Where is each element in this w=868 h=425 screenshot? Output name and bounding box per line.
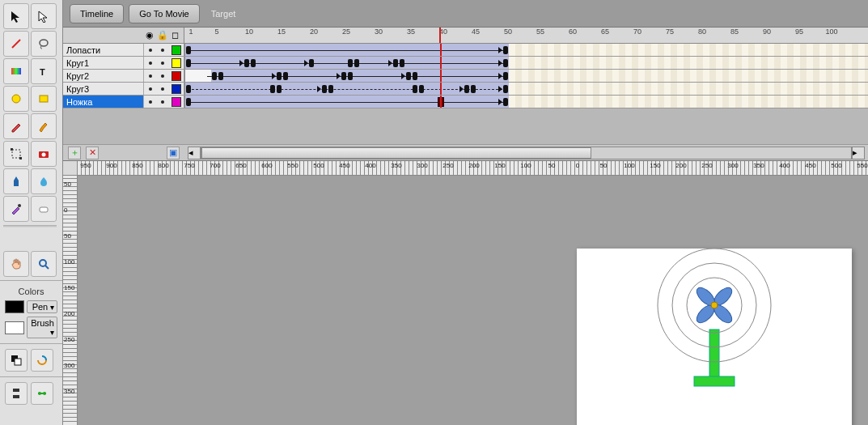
keyframe[interactable] [341,72,346,80]
keyframe[interactable] [322,85,327,93]
timeline-layer-row[interactable]: Круг3 [63,83,868,96]
add-layer-button[interactable]: ＋ [68,147,81,159]
layer-color[interactable] [168,83,184,95]
tool-transform[interactable] [3,141,29,167]
swap-colors[interactable] [5,349,28,372]
layer-vis-dots[interactable] [144,57,168,69]
keyframe[interactable] [419,85,424,93]
layer-name[interactable]: Ножка [63,96,144,108]
timeline-layer-row[interactable]: Круг2 [63,70,868,83]
layer-vis-dots[interactable] [144,70,168,82]
tool-eraser[interactable] [31,196,57,222]
layer-track[interactable] [184,57,868,69]
keyframe[interactable] [354,59,359,67]
tool-lasso[interactable] [31,31,57,57]
tool-subselect[interactable] [31,3,57,29]
keyframe[interactable] [244,59,249,67]
tool-ink[interactable] [3,168,29,194]
goto-movie-button[interactable]: Go To Movie [129,4,200,23]
layer-color[interactable] [168,57,184,69]
center-button[interactable]: ▣ [167,147,180,159]
layer-name[interactable]: Круг3 [63,83,144,95]
scroll-left-button[interactable]: ◂ [188,147,201,159]
tool-brush[interactable] [31,113,57,139]
fan-drawing[interactable] [641,240,787,420]
tool-pointer[interactable] [3,3,29,29]
tool-line[interactable] [3,31,29,57]
layer-track[interactable] [184,44,868,56]
frame-ruler[interactable]: 1510152025303540455055606570758085909510… [184,28,868,43]
ruler-tick: 250 [64,336,74,343]
keyframe[interactable] [277,72,282,80]
layer-name[interactable]: Круг1 [63,57,144,69]
keyframe[interactable] [186,46,191,54]
brush-dropdown[interactable]: Brush ▾ [27,317,57,338]
option-a[interactable] [5,382,28,405]
keyframe[interactable] [503,59,508,67]
keyframe[interactable] [413,72,417,80]
stage-viewport[interactable] [78,176,868,425]
layer-color[interactable] [168,44,184,56]
tool-text[interactable]: T [31,58,57,84]
keyframe[interactable] [309,59,314,67]
tool-ellipse[interactable] [3,86,29,112]
tool-camera[interactable] [31,141,57,167]
tool-rect[interactable] [31,86,57,112]
keyframe[interactable] [186,98,191,106]
layer-vis-dots[interactable] [144,96,168,108]
lock-icon[interactable]: 🔒 [157,30,168,40]
timeline-button[interactable]: Timeline [70,4,124,23]
outline-icon[interactable]: ◻ [171,30,179,40]
keyframe[interactable] [218,72,223,80]
keyframe[interactable] [503,85,508,93]
pen-dropdown[interactable]: Pen ▾ [27,300,57,313]
keyframe[interactable] [406,72,411,80]
keyframe[interactable] [251,59,256,67]
keyframe[interactable] [503,46,508,54]
tool-pencil[interactable] [3,113,29,139]
layer-name[interactable]: Лопасти [63,44,144,56]
layer-vis-dots[interactable] [144,44,168,56]
layer-color[interactable] [168,70,184,82]
playhead[interactable] [439,28,441,43]
layer-track[interactable] [184,96,868,108]
layer-name[interactable]: Круг2 [63,70,144,82]
timeline-layer-row[interactable]: Лопасти [63,44,868,57]
keyframe[interactable] [270,85,275,93]
keyframe[interactable] [186,85,191,93]
eye-icon[interactable]: ◉ [146,30,154,40]
keyframe[interactable] [464,85,469,93]
layer-track[interactable] [184,70,868,82]
keyframe[interactable] [277,85,282,93]
keyframe[interactable] [283,72,288,80]
layer-color[interactable] [168,96,184,108]
keyframe[interactable] [212,72,217,80]
cycle-colors[interactable] [31,349,53,372]
keyframe[interactable] [503,98,508,106]
timeline-layer-row[interactable]: Ножка [63,96,868,108]
keyframe[interactable] [186,59,191,67]
delete-layer-button[interactable]: ✕ [86,147,99,159]
layer-track[interactable] [184,83,868,95]
keyframe[interactable] [393,59,398,67]
tool-paint[interactable] [31,168,57,194]
layer-vis-dots[interactable] [144,83,168,95]
tool-gradient[interactable] [3,58,29,84]
keyframe[interactable] [328,85,333,93]
keyframe[interactable] [400,59,404,67]
brush-color-swatch[interactable] [5,321,24,334]
keyframe[interactable] [348,72,353,80]
option-b[interactable] [31,382,53,405]
tool-hand[interactable] [3,251,29,277]
pen-color-swatch[interactable] [5,300,24,313]
keyframe[interactable] [471,85,476,93]
keyframe[interactable] [348,59,353,67]
timeline-layer-row[interactable]: Круг1 [63,57,868,70]
timeline-scrollbar[interactable] [201,147,852,159]
tool-zoom[interactable] [31,251,57,277]
keyframe[interactable] [503,72,508,80]
stage[interactable] [577,249,852,425]
scroll-right-button[interactable]: ▸ [852,147,865,159]
tool-eyedropper[interactable] [3,196,29,222]
keyframe[interactable] [413,85,417,93]
